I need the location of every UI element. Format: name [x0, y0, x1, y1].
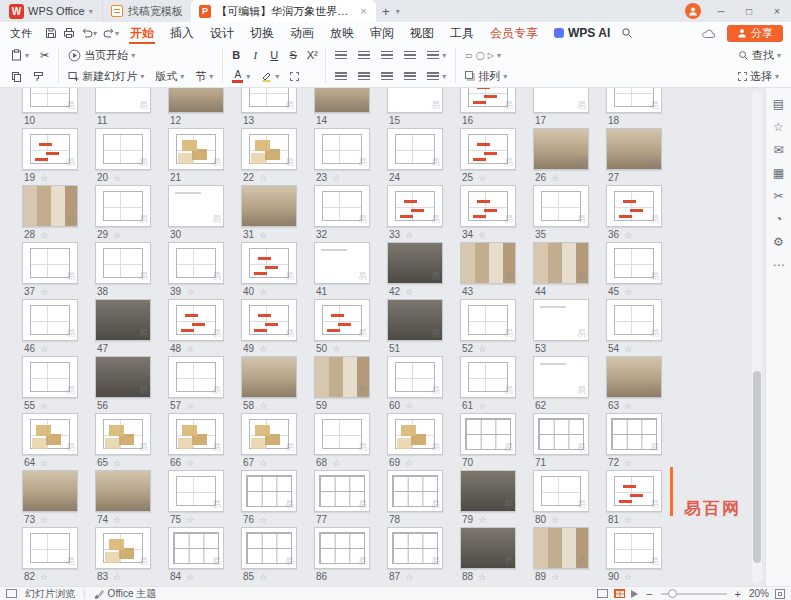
numbered-list-button[interactable] — [354, 46, 374, 64]
slide-thumbnail[interactable]: 易 — [387, 470, 443, 512]
font-style-button-S[interactable]: S — [285, 46, 301, 64]
slide-thumbnail[interactable]: 易 — [168, 128, 224, 170]
slide-star-icon[interactable]: ☆ — [186, 458, 194, 468]
favorites-panel-icon[interactable]: ☆ — [773, 121, 784, 133]
slide-thumbnail[interactable]: 易 — [606, 185, 662, 227]
slide-thumbnail[interactable]: 易 — [22, 299, 78, 341]
new-slide-button[interactable]: 新建幻灯片 ▾ — [64, 67, 148, 85]
normal-view-button[interactable] — [597, 589, 608, 598]
slide-sorter-view-button[interactable] — [614, 589, 625, 598]
search-commands-button[interactable] — [618, 27, 636, 39]
slide-thumbnail[interactable]: 易 — [606, 128, 662, 170]
zoom-slider-handle[interactable] — [668, 589, 677, 598]
new-tab-button[interactable]: + — [376, 4, 396, 19]
slide-thumbnail[interactable]: 易 — [95, 185, 151, 227]
menu-tab-放映[interactable]: 放映 — [322, 22, 362, 44]
slide-thumbnail[interactable]: 易 — [168, 88, 224, 113]
slide-star-icon[interactable]: ☆ — [478, 401, 486, 411]
slide-sorter-canvas[interactable]: 易 10 易 11 易 12 易 13 — [0, 88, 765, 586]
slide-thumbnail[interactable]: 易 — [387, 356, 443, 398]
slide-thumbnail[interactable]: 易 — [241, 413, 297, 455]
slide-thumbnail[interactable]: 易 — [168, 470, 224, 512]
columns-button[interactable]: ▾ — [423, 67, 450, 85]
slide-thumbnail[interactable]: 易 — [533, 470, 589, 512]
close-window-button[interactable]: × — [763, 0, 791, 22]
slide-thumbnail[interactable]: 易 — [460, 470, 516, 512]
menu-tab-会员专享[interactable]: 会员专享 — [482, 22, 546, 44]
slide-star-icon[interactable]: ☆ — [186, 515, 194, 525]
print-button[interactable] — [60, 27, 78, 39]
section-button[interactable]: 节 ▾ — [191, 67, 217, 85]
slide-star-icon[interactable]: ☆ — [478, 230, 486, 240]
text-border-button[interactable] — [286, 67, 303, 85]
menu-tab-审阅[interactable]: 审阅 — [362, 22, 402, 44]
slide-star-icon[interactable]: ☆ — [405, 287, 413, 297]
slide-star-icon[interactable]: ☆ — [624, 401, 632, 411]
slide-star-icon[interactable]: ☆ — [40, 458, 48, 468]
slide-star-icon[interactable]: ☆ — [551, 515, 559, 525]
slide-star-icon[interactable]: ☆ — [113, 572, 121, 582]
slide-thumbnail[interactable]: 易 — [95, 527, 151, 569]
justify-button[interactable] — [400, 67, 420, 85]
paste-button[interactable]: ▾ — [7, 46, 33, 64]
menu-tab-开始[interactable]: 开始 — [122, 22, 162, 44]
user-avatar[interactable] — [685, 3, 701, 19]
slide-thumbnail[interactable]: 易 — [606, 527, 662, 569]
menu-tab-动画[interactable]: 动画 — [282, 22, 322, 44]
more-panel-icon[interactable]: ⋯ — [773, 259, 785, 271]
slide-star-icon[interactable]: ☆ — [405, 572, 413, 582]
slide-star-icon[interactable]: ☆ — [186, 344, 194, 354]
slide-star-icon[interactable]: ☆ — [259, 401, 267, 411]
slide-thumbnail[interactable]: 易 — [241, 88, 297, 113]
save-button[interactable] — [42, 27, 60, 39]
doc-tab-template[interactable]: 找稿宽模板 — [102, 0, 191, 22]
slide-thumbnail[interactable]: 易 — [460, 299, 516, 341]
slide-star-icon[interactable]: ☆ — [624, 515, 632, 525]
highlight-button[interactable]: ▾ — [257, 67, 283, 85]
slide-thumbnail[interactable]: 易 — [314, 470, 370, 512]
slide-thumbnail[interactable]: 易 — [533, 185, 589, 227]
zoom-out-button[interactable]: − — [644, 588, 654, 600]
bullet-list-button[interactable] — [331, 46, 351, 64]
slide-star-icon[interactable]: ☆ — [259, 344, 267, 354]
copy-button[interactable] — [7, 67, 26, 85]
slide-star-icon[interactable]: ☆ — [405, 230, 413, 240]
slide-thumbnail[interactable]: 易 — [22, 470, 78, 512]
slide-thumbnail[interactable]: 易 — [606, 470, 662, 512]
align-right-button[interactable] — [377, 67, 397, 85]
slide-thumbnail[interactable]: 易 — [168, 299, 224, 341]
slide-thumbnail[interactable]: 易 — [533, 128, 589, 170]
slide-thumbnail[interactable]: 易 — [241, 470, 297, 512]
cut-button[interactable]: ✂ — [36, 46, 53, 64]
slide-thumbnail[interactable]: 易 — [606, 242, 662, 284]
slide-thumbnail[interactable]: 易 — [387, 527, 443, 569]
slide-thumbnail[interactable]: 易 — [460, 128, 516, 170]
select-button[interactable]: 选择 ▾ — [734, 67, 783, 85]
font-style-button-I[interactable]: I — [247, 46, 263, 64]
minimize-button[interactable]: ─ — [707, 0, 735, 22]
slide-thumbnail[interactable]: 易 — [22, 527, 78, 569]
slide-thumbnail[interactable]: 易 — [22, 128, 78, 170]
slide-star-icon[interactable]: ☆ — [551, 173, 559, 183]
slide-star-icon[interactable]: ☆ — [259, 458, 267, 468]
cloud-sync-button[interactable] — [699, 28, 719, 39]
slide-star-icon[interactable]: ☆ — [478, 344, 486, 354]
slide-star-icon[interactable]: ☆ — [259, 287, 267, 297]
arrange-button[interactable]: 排列 ▾ — [461, 67, 511, 85]
slide-star-icon[interactable]: ☆ — [113, 515, 121, 525]
slide-thumbnail[interactable]: 易 — [95, 470, 151, 512]
slide-thumbnail[interactable]: 易 — [95, 299, 151, 341]
slide-thumbnail[interactable]: 易 — [314, 185, 370, 227]
font-style-button-U[interactable]: U — [266, 46, 282, 64]
slide-thumbnail[interactable]: 易 — [241, 242, 297, 284]
slide-thumbnail[interactable]: 易 — [533, 299, 589, 341]
slide-star-icon[interactable]: ☆ — [624, 287, 632, 297]
slide-star-icon[interactable]: ☆ — [186, 401, 194, 411]
slide-star-icon[interactable]: ☆ — [624, 572, 632, 582]
font-style-button-B[interactable]: B — [228, 46, 244, 64]
slide-star-icon[interactable]: ☆ — [478, 572, 486, 582]
slide-star-icon[interactable]: ☆ — [259, 230, 267, 240]
line-spacing-button[interactable]: ▾ — [423, 46, 450, 64]
font-style-button-X²[interactable]: X² — [304, 46, 320, 64]
slide-thumbnail[interactable]: 易 — [241, 527, 297, 569]
